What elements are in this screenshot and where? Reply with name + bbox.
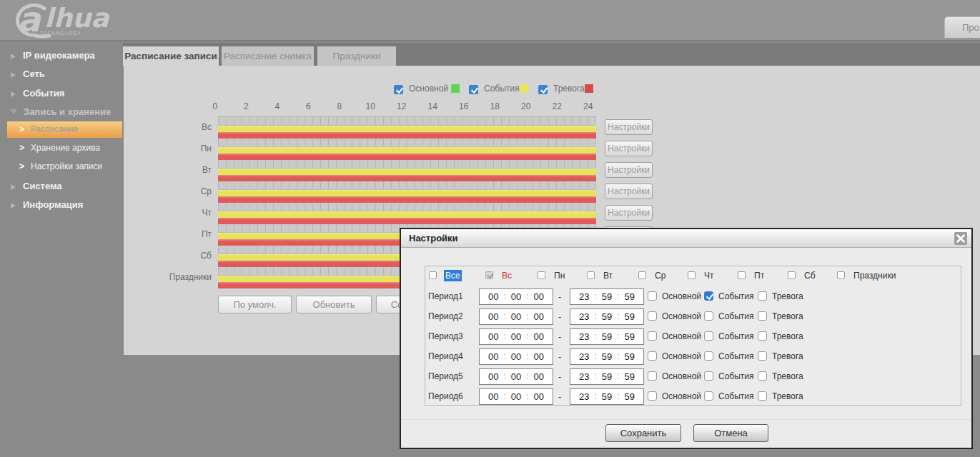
dialog-day-item: Сб xyxy=(788,270,816,281)
end-ss: 59 xyxy=(625,311,635,322)
close-icon[interactable] xyxy=(954,232,967,245)
schedule-grid-row[interactable] xyxy=(218,181,596,203)
axis-hour-label: 6 xyxy=(293,101,325,111)
day-checkbox[interactable] xyxy=(638,271,646,279)
day-checkbox[interactable] xyxy=(688,271,696,279)
day-checkbox[interactable] xyxy=(485,271,493,279)
start-time-input[interactable]: 00:00:00 xyxy=(479,368,553,385)
start-time-input[interactable]: 00:00:00 xyxy=(479,288,553,305)
general-checkbox[interactable] xyxy=(394,85,403,94)
start-time-input[interactable]: 00:00:00 xyxy=(479,308,553,325)
general-checkbox[interactable] xyxy=(648,391,657,401)
start-ss: 00 xyxy=(534,331,544,342)
row-settings-button[interactable]: Настройки xyxy=(605,162,653,178)
alarm-checkbox[interactable] xyxy=(758,311,767,321)
end-mm: 59 xyxy=(602,351,612,362)
events-label: События xyxy=(718,351,754,361)
general-checkbox[interactable] xyxy=(648,291,657,301)
day-checkbox[interactable] xyxy=(738,271,746,279)
day-label: Праздники xyxy=(124,266,212,288)
dialog-days-row: Все Вс Пн Вт Ср xyxy=(425,270,961,281)
start-ss: 00 xyxy=(534,371,544,382)
dialog-save-button[interactable]: Сохранить xyxy=(605,424,681,442)
events-checkbox[interactable] xyxy=(704,391,713,401)
events-checkbox[interactable] xyxy=(704,291,713,301)
end-time-input[interactable]: 23:59:59 xyxy=(570,348,644,365)
period-row: Период1 00:00:00 - 23:59:59 Основной Соб… xyxy=(401,288,974,305)
range-dash: - xyxy=(558,331,561,342)
events-checkbox[interactable] xyxy=(704,311,713,321)
sidebar-item-label: Информация xyxy=(23,199,83,210)
sidebar-item-system[interactable]: Система xyxy=(0,178,123,195)
start-time-input[interactable]: 00:00:00 xyxy=(479,348,553,365)
general-checkbox[interactable] xyxy=(648,311,657,321)
sidebar-item-schedule[interactable]: >Расписание xyxy=(7,121,122,138)
end-time-input[interactable]: 23:59:59 xyxy=(570,328,644,345)
start-hh: 00 xyxy=(488,331,498,342)
tab-snapshot-schedule[interactable]: Расписание снимка xyxy=(222,46,314,66)
dialog-cancel-button[interactable]: Отмена xyxy=(693,424,768,442)
day-checkbox-label: Вс xyxy=(502,271,512,281)
legend-label: События xyxy=(484,84,520,94)
tab-record-schedule[interactable]: Расписание записи xyxy=(123,46,219,66)
row-settings-button[interactable]: Настройки xyxy=(605,141,653,156)
alarm-checkbox[interactable] xyxy=(538,85,548,94)
day-checkbox[interactable] xyxy=(538,271,545,279)
alarm-checkbox[interactable] xyxy=(758,331,767,341)
row-settings-button[interactable]: Настройки xyxy=(605,205,653,221)
start-ss: 00 xyxy=(534,391,544,402)
day-checkbox[interactable] xyxy=(837,271,845,279)
day-checkbox[interactable] xyxy=(429,271,437,279)
sidebar-item-label: Система xyxy=(23,181,62,191)
start-hh: 00 xyxy=(488,351,498,362)
day-checkbox[interactable] xyxy=(587,271,595,279)
sidebar-item-ip-camera[interactable]: IP видеокамера xyxy=(0,47,123,64)
day-checkbox[interactable] xyxy=(788,271,796,279)
events-checkbox[interactable] xyxy=(704,351,713,361)
sidebar-item-archive-storage[interactable]: >Хранение архива xyxy=(0,140,123,156)
alarm-checkbox[interactable] xyxy=(758,391,767,401)
start-time-input[interactable]: 00:00:00 xyxy=(479,328,553,345)
view-tab[interactable]: Про xyxy=(944,16,980,38)
sidebar-item-network[interactable]: Сеть xyxy=(0,66,123,83)
schedule-grid-row[interactable] xyxy=(218,160,596,181)
alarm-checkbox[interactable] xyxy=(758,371,767,381)
end-time-input[interactable]: 23:59:59 xyxy=(570,388,644,405)
row-settings-button[interactable]: Настройки xyxy=(605,119,653,135)
general-checkbox[interactable] xyxy=(648,351,657,361)
sidebar-item-record-storage[interactable]: Запись и хранение xyxy=(0,104,123,121)
end-time-input[interactable]: 23:59:59 xyxy=(570,368,644,385)
events-checkbox[interactable] xyxy=(469,85,478,94)
end-ss: 59 xyxy=(625,391,635,402)
row-settings-button[interactable]: Настройки xyxy=(605,184,653,199)
alarm-checkbox[interactable] xyxy=(758,291,767,301)
general-checkbox[interactable] xyxy=(648,371,657,381)
general-checkbox[interactable] xyxy=(648,331,657,341)
alarm-check: Тревога xyxy=(758,391,803,401)
default-button[interactable]: По умолч. xyxy=(218,296,292,313)
general-color-swatch xyxy=(451,84,460,93)
sidebar-item-label: Хранение архива xyxy=(31,143,100,153)
schedule-grid-row[interactable] xyxy=(218,139,596,160)
tab-holidays[interactable]: Праздники xyxy=(317,46,396,66)
sidebar-item-record-settings[interactable]: >Настройки записи xyxy=(0,159,123,175)
start-ss: 00 xyxy=(534,351,544,362)
colon: : xyxy=(617,331,619,341)
events-label: События xyxy=(718,391,754,401)
events-checkbox[interactable] xyxy=(704,331,713,341)
day-label: Пт xyxy=(124,224,212,245)
refresh-button[interactable]: Обновить xyxy=(296,296,372,313)
end-time-input[interactable]: 23:59:59 xyxy=(570,288,644,305)
alarm-checkbox[interactable] xyxy=(758,351,767,361)
end-hh: 23 xyxy=(579,351,589,362)
range-dash: - xyxy=(558,311,561,322)
schedule-grid-row[interactable] xyxy=(218,117,596,139)
sidebar-item-info[interactable]: Информация xyxy=(0,196,123,214)
events-checkbox[interactable] xyxy=(704,371,713,381)
start-time-input[interactable]: 00:00:00 xyxy=(479,388,553,405)
time-axis: 024681012141618202224 xyxy=(199,101,604,111)
sidebar-item-events[interactable]: События xyxy=(0,85,123,102)
end-time-input[interactable]: 23:59:59 xyxy=(570,308,644,325)
schedule-grid-row[interactable] xyxy=(218,203,596,224)
sidebar-item-label: Настройки записи xyxy=(31,161,102,171)
